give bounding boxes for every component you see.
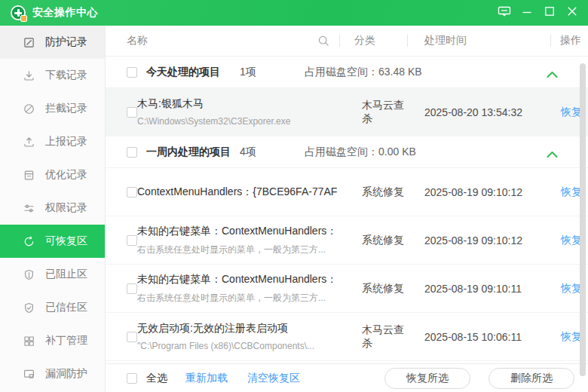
row-checkbox[interactable] xyxy=(127,107,137,118)
refresh-icon xyxy=(23,235,35,248)
row-title: 木马:银狐木马 xyxy=(137,97,337,111)
group-count: 4项 xyxy=(240,145,305,159)
group-title: 一周内处理的项目 xyxy=(146,145,240,159)
select-all-label: 全选 xyxy=(146,372,167,385)
row-checkbox[interactable] xyxy=(127,283,137,294)
sliders-icon xyxy=(23,202,35,215)
restore-link[interactable]: 恢复 xyxy=(561,106,582,118)
shield-check-icon xyxy=(23,302,35,314)
group-checkbox[interactable] xyxy=(127,67,137,78)
row-title: 无效启动项:无效的注册表启动项 xyxy=(137,322,337,335)
row-checkbox[interactable] xyxy=(127,332,137,342)
restore-link[interactable]: 恢复 xyxy=(561,234,582,246)
collapse-chevron-icon[interactable] xyxy=(547,149,558,156)
sidebar-item-label: 已阻止区 xyxy=(45,268,87,281)
select-all-checkbox[interactable] xyxy=(127,373,137,384)
row-category: 系统修复 xyxy=(341,282,412,296)
upload-icon xyxy=(23,136,35,149)
sidebar-item-label: 补丁管理 xyxy=(45,334,87,348)
delete-selected-button[interactable]: 删除所选 xyxy=(488,368,574,389)
sidebar-item-label: 可恢复区 xyxy=(45,234,87,248)
close-icon xyxy=(567,6,577,20)
sidebar-item-label: 上报记录 xyxy=(45,135,87,149)
sidebar-item-permission-log[interactable]: 权限记录 xyxy=(0,191,105,225)
maximize-icon xyxy=(544,6,555,20)
row-category: 木马云查杀 xyxy=(341,323,412,351)
table-row: 未知的右键菜单：ContextMenuHandlers：{... 右击系统任意处… xyxy=(106,216,588,265)
sidebar-item-blocked-zone[interactable]: 已阻止区 xyxy=(0,258,105,291)
sidebar-item-label: 拦截记录 xyxy=(45,102,87,115)
row-subtitle: "C:\Program Files (x86)\CCBComponents\..… xyxy=(137,341,337,351)
download-icon xyxy=(23,69,35,82)
sidebar-item-label: 漏洞防护 xyxy=(45,367,87,381)
row-category: 木马云查杀 xyxy=(341,99,412,126)
group-header-today: 今天处理的项目 1项 占用磁盘空间：63.48 KB xyxy=(106,57,588,88)
row-subtitle: 右击系统任意处时显示的菜单，一般为第三方... xyxy=(137,292,337,305)
search-icon[interactable] xyxy=(317,35,330,47)
minimize-button[interactable] xyxy=(516,2,538,24)
sidebar-item-label: 已信任区 xyxy=(45,301,87,314)
monitor-icon xyxy=(23,368,35,381)
row-checkbox[interactable] xyxy=(127,235,137,246)
sidebar-item-patch-management[interactable]: 补丁管理 xyxy=(0,324,105,357)
sidebar-item-optimize-log[interactable]: 优化记录 xyxy=(0,158,105,191)
clear-recovery-link[interactable]: 清空恢复区 xyxy=(247,372,300,385)
restore-link[interactable]: 恢复 xyxy=(561,282,582,294)
footer-bar: 全选 重新加载 清空恢复区 恢复所选 删除所选 xyxy=(106,363,588,392)
table-header: 名称 分类 处理时间 操作 xyxy=(106,26,588,57)
column-time: 处理时间 xyxy=(408,34,550,47)
scrollbar-thumb[interactable] xyxy=(580,63,586,376)
reload-link[interactable]: 重新加载 xyxy=(185,372,228,385)
column-category: 分类 xyxy=(340,34,407,47)
sidebar-item-intercept-log[interactable]: 拦截记录 xyxy=(0,92,105,125)
close-button[interactable] xyxy=(561,2,583,24)
column-action: 操作 xyxy=(551,34,588,47)
sidebar-item-protection-log[interactable]: 防护记录 xyxy=(0,26,105,59)
sidebar-item-recoverable-zone[interactable]: 可恢复区 xyxy=(0,225,105,258)
group-disk-usage: 占用磁盘空间：63.48 KB xyxy=(305,66,422,79)
sidebar-item-vulnerability-protection[interactable]: 漏洞防护 xyxy=(0,357,105,390)
row-title: 未知的右键菜单：ContextMenuHandlers：{... xyxy=(137,273,337,286)
main-panel: 名称 分类 处理时间 操作 今天处理的项目 1项 占用磁盘空间：63.48 KB xyxy=(106,26,588,392)
row-subtitle: 右击系统任意处时显示的菜单，一般为第三方... xyxy=(137,243,337,256)
sidebar-item-label: 下载记录 xyxy=(45,69,87,82)
sidebar-item-label: 权限记录 xyxy=(45,201,87,215)
row-subtitle: C:\Windows\System32\C3Exporer.exe xyxy=(137,116,337,127)
group-disk-usage: 占用磁盘空间：0.00 KB xyxy=(305,145,416,159)
group-header-week: 一周内处理的项目 4项 占用磁盘空间：0.00 KB xyxy=(106,136,588,168)
maximize-button[interactable] xyxy=(538,2,561,24)
group-checkbox[interactable] xyxy=(127,147,137,158)
restore-link[interactable]: 恢复 xyxy=(561,185,582,198)
row-time: 2025-08-20 13:54:32 xyxy=(412,106,555,118)
row-time: 2025-08-19 09:10:12 xyxy=(412,234,555,247)
sidebar-item-label: 优化记录 xyxy=(45,168,87,182)
app-window: 安全操作中心 xyxy=(0,0,588,392)
sidebar-item-trusted-zone[interactable]: 已信任区 xyxy=(0,291,105,324)
feedback-button[interactable] xyxy=(493,2,516,24)
window-title: 安全操作中心 xyxy=(32,6,98,20)
table-row: ContextMenuHandlers：{7BCE96FA-77AF-... 系… xyxy=(106,168,588,216)
app-logo-icon xyxy=(11,5,26,20)
row-time: 2025-08-19 09:10:11 xyxy=(412,283,555,295)
sidebar-item-label: 防护记录 xyxy=(45,35,87,49)
window-titlebar: 安全操作中心 xyxy=(0,0,588,26)
table-row: 未知的右键菜单：ContextMenuHandlers：{... 右击系统任意处… xyxy=(106,265,588,313)
group-count: 1项 xyxy=(240,66,305,79)
table-row: 木马:银狐木马 C:\Windows\System32\C3Exporer.ex… xyxy=(106,88,588,136)
sidebar-item-report-log[interactable]: 上报记录 xyxy=(0,125,105,158)
block-icon xyxy=(23,103,35,115)
collapse-chevron-icon[interactable] xyxy=(547,69,558,76)
minimize-icon xyxy=(522,6,532,20)
restore-link[interactable]: 恢复 xyxy=(561,330,582,342)
row-title: 未知的右键菜单：ContextMenuHandlers：{... xyxy=(137,225,337,238)
sidebar-item-download-log[interactable]: 下载记录 xyxy=(0,59,105,92)
restore-selected-button[interactable]: 恢复所选 xyxy=(384,368,470,389)
row-title: ContextMenuHandlers：{7BCE96FA-77AF-... xyxy=(137,185,337,199)
row-checkbox[interactable] xyxy=(127,187,137,198)
column-name: 名称 xyxy=(127,34,148,47)
feedback-icon xyxy=(498,6,511,20)
row-category: 系统修复 xyxy=(341,234,412,247)
note-icon xyxy=(23,169,35,182)
edit-icon xyxy=(23,36,35,49)
shield-exclaim-icon xyxy=(23,268,35,281)
